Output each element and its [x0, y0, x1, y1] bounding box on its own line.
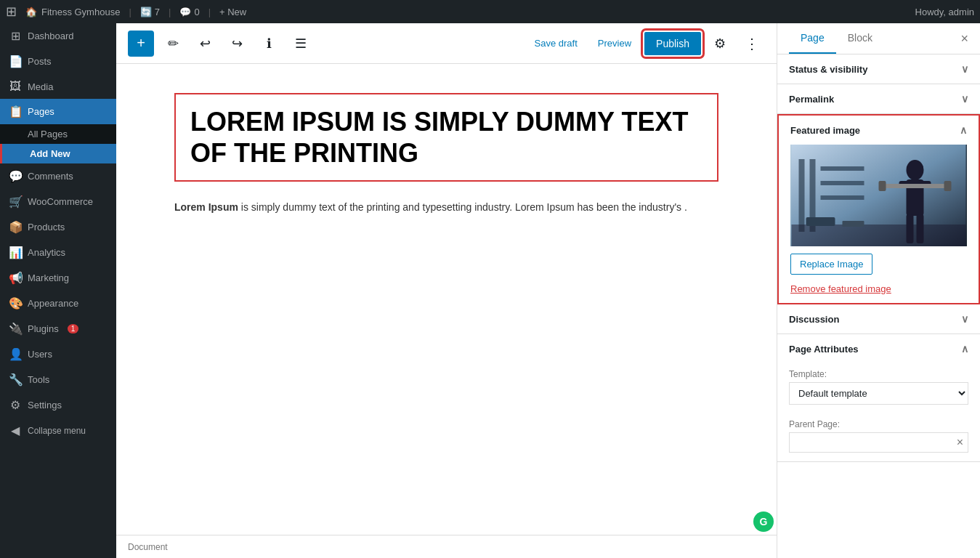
sidebar-item-dashboard[interactable]: ⊞ Dashboard: [0, 23, 116, 49]
sidebar-item-products[interactable]: 📦 Products: [0, 214, 116, 240]
permalink-header[interactable]: Permalink ∨: [777, 84, 980, 113]
chevron-down-icon: ∨: [961, 313, 968, 325]
more-options-button[interactable]: ⋮: [739, 31, 765, 57]
editor-content-text: is simply dummy text of the printing and…: [241, 201, 687, 213]
sidebar-item-users[interactable]: 👤 Users: [0, 341, 116, 367]
close-panel-button[interactable]: ×: [960, 32, 968, 45]
updates-count: 7: [155, 7, 160, 17]
sidebar-item-label: Pages: [28, 106, 54, 117]
sidebar-item-label: Media: [28, 81, 53, 92]
tab-page[interactable]: Page: [789, 23, 836, 54]
dashboard-icon: ⊞: [9, 29, 22, 43]
sidebar-item-analytics[interactable]: 📊 Analytics: [0, 240, 116, 265]
add-block-button[interactable]: +: [128, 31, 154, 57]
publish-button[interactable]: Publish: [644, 32, 701, 55]
products-icon: 📦: [9, 220, 22, 234]
permalink-section: Permalink ∨: [777, 84, 980, 114]
editor-body[interactable]: LOREM IPSUM IS SIMPLY DUMMY TEXT OF THE …: [116, 64, 777, 535]
page-title[interactable]: LOREM IPSUM IS SIMPLY DUMMY TEXT OF THE …: [190, 106, 702, 169]
page-attributes-section: Page Attributes ∧ Template: Default temp…: [777, 334, 980, 462]
parent-page-input-wrap[interactable]: ×: [789, 432, 968, 453]
title-block[interactable]: LOREM IPSUM IS SIMPLY DUMMY TEXT OF THE …: [174, 93, 718, 182]
discussion-label: Discussion: [789, 314, 839, 325]
new-content-link[interactable]: + New: [219, 7, 246, 17]
sidebar: ⊞ Dashboard 📄 Posts 🖼 Media 📋 Pages All …: [0, 23, 116, 558]
featured-image-placeholder: [790, 145, 967, 246]
sidebar-item-plugins[interactable]: 🔌 Plugins 1: [0, 316, 116, 341]
updates-icon: 🔄: [140, 7, 152, 17]
redo-button[interactable]: ↪: [224, 31, 250, 57]
sidebar-item-label: Users: [28, 349, 52, 360]
editor-toolbar: + ✏ ↩ ↪ ℹ ☰ Save draft Preview Publish: [116, 23, 777, 64]
comments-nav-icon: 💬: [9, 169, 22, 183]
editor-paragraph[interactable]: Lorem Ipsum is simply dummy text of the …: [174, 199, 718, 215]
lorem-ipsum-bold: Lorem Ipsum: [174, 201, 238, 213]
pencil-icon: ✏: [168, 36, 179, 52]
undo-button[interactable]: ↩: [192, 31, 218, 57]
edit-button[interactable]: ✏: [160, 31, 186, 57]
replace-image-button[interactable]: Replace Image: [790, 254, 872, 275]
save-draft-button[interactable]: Save draft: [527, 33, 585, 53]
sidebar-item-settings[interactable]: ⚙ Settings: [0, 392, 116, 418]
sidebar-item-tools[interactable]: 🔧 Tools: [0, 367, 116, 392]
sidebar-all-pages[interactable]: All Pages: [0, 124, 116, 144]
svg-rect-4: [821, 181, 864, 185]
page-attributes-header[interactable]: Page Attributes ∧: [777, 334, 980, 363]
tab-block[interactable]: Block: [836, 23, 884, 54]
plugins-badge: 1: [68, 324, 79, 333]
permalink-label: Permalink: [789, 94, 834, 105]
pages-submenu: All Pages Add New: [0, 124, 116, 163]
featured-image-header[interactable]: Featured image ∧: [779, 116, 979, 145]
comments-link[interactable]: 💬 0: [179, 7, 199, 17]
posts-icon: 📄: [9, 54, 22, 68]
sidebar-item-label: Appearance: [28, 298, 78, 309]
wp-logo-icon[interactable]: ⊞: [6, 4, 17, 20]
sidebar-item-marketing[interactable]: 📢 Marketing: [0, 265, 116, 291]
list-view-button[interactable]: ☰: [288, 31, 314, 57]
users-icon: 👤: [9, 347, 22, 361]
featured-image-preview[interactable]: [790, 145, 967, 246]
new-content-label: + New: [219, 7, 246, 17]
document-footer: Document: [116, 535, 777, 558]
sidebar-collapse[interactable]: ◀ Collapse menu: [0, 418, 116, 443]
status-visibility-header[interactable]: Status & visibility ∨: [777, 54, 980, 84]
sidebar-item-label: Products: [28, 222, 65, 232]
chevron-down-icon: ∨: [961, 93, 968, 105]
svg-rect-12: [883, 184, 948, 188]
preview-button[interactable]: Preview: [591, 33, 639, 53]
discussion-header[interactable]: Discussion ∨: [777, 304, 980, 333]
svg-point-6: [907, 160, 924, 180]
status-visibility-label: Status & visibility: [789, 64, 867, 75]
toolbar-right-actions: Save draft Preview Publish ⚙ ⋮: [527, 31, 765, 57]
site-home-icon: 🏠: [25, 7, 37, 17]
featured-image-label: Featured image: [790, 125, 860, 136]
svg-rect-16: [806, 217, 835, 226]
analytics-icon: 📊: [9, 246, 22, 259]
sidebar-item-label: Tools: [28, 374, 49, 385]
sidebar-item-woocommerce[interactable]: 🛒 WooCommerce: [0, 189, 116, 214]
svg-rect-3: [821, 166, 864, 171]
updates-link[interactable]: 🔄 7: [140, 7, 160, 17]
site-name-text: Fitness Gymhouse: [41, 7, 120, 17]
pages-icon: 📋: [9, 105, 22, 118]
grammarly-icon: G: [753, 512, 774, 532]
sidebar-item-label: Dashboard: [28, 31, 74, 41]
sidebar-item-appearance[interactable]: 🎨 Appearance: [0, 291, 116, 316]
sidebar-item-posts[interactable]: 📄 Posts: [0, 49, 116, 74]
settings-panel-button[interactable]: ⚙: [707, 31, 733, 57]
template-select[interactable]: Default template: [789, 382, 968, 405]
parent-page-clear-button[interactable]: ×: [957, 436, 963, 449]
remove-featured-image-link[interactable]: Remove featured image: [790, 283, 967, 294]
redo-icon: ↪: [232, 36, 243, 52]
site-name-link[interactable]: 🏠 Fitness Gymhouse: [25, 7, 120, 17]
sidebar-item-comments[interactable]: 💬 Comments: [0, 163, 116, 189]
sidebar-item-label: Analytics: [28, 247, 65, 258]
info-button[interactable]: ℹ: [256, 31, 282, 57]
chevron-up-icon: ∧: [961, 343, 968, 355]
footer-document-label: Document: [128, 542, 168, 552]
svg-rect-17: [843, 221, 864, 227]
sidebar-item-label: Comments: [28, 171, 73, 182]
sidebar-item-pages[interactable]: 📋 Pages: [0, 99, 116, 124]
sidebar-item-media[interactable]: 🖼 Media: [0, 74, 116, 99]
sidebar-add-new[interactable]: Add New: [0, 144, 116, 163]
